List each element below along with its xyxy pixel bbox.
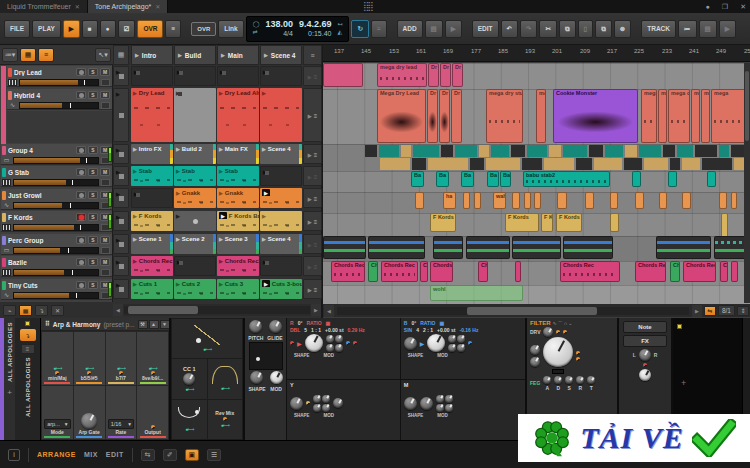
launcher-clip-slot[interactable] [113,256,129,276]
op-b-mod-knob[interactable] [427,334,445,352]
arranger-clip[interactable]: Dr [440,63,451,87]
launcher-clip-slot[interactable] [174,256,216,276]
track-row[interactable]: Tiny Cuts S M [1,279,112,300]
track-row[interactable]: G Stab S M [1,166,112,187]
track-volume-meter[interactable] [13,292,99,299]
arranger-clip[interactable] [644,158,668,170]
launcher-clip-slot[interactable]: Gnakk [217,188,259,208]
launcher-clip-slot[interactable]: ≡ [303,188,322,208]
arranger-clip[interactable] [610,213,619,232]
snap-icon[interactable]: ⌁ [3,305,16,316]
volume-tick[interactable] [72,270,73,275]
arranger-clip[interactable] [486,158,520,170]
global-mod-knob[interactable] [270,371,283,384]
track-row[interactable]: Hybrid 4 S M [7,89,112,110]
arranger-clip[interactable]: Chords Rec [560,261,620,282]
launcher-clip-slot[interactable]: Scene 4 [260,144,302,164]
scene-header[interactable]: Scene 4 [260,45,302,65]
solo-button[interactable]: S [88,91,98,99]
arranger-clip[interactable]: me [536,89,546,143]
arranger-clip[interactable]: F K [541,213,553,232]
pitch-knob[interactable] [249,320,262,333]
arranger-clip[interactable] [719,192,727,209]
arranger-clip[interactable]: me [691,89,700,143]
launcher-clip-slot[interactable]: Scene 2 [174,234,216,254]
arranger-clip[interactable] [557,192,567,209]
launcher-clip-slot[interactable] [260,188,302,208]
op-y-level-knob[interactable] [333,398,343,408]
arranger-clip[interactable]: me [658,89,667,143]
op-y-shape-knob[interactable] [290,397,303,410]
device-preset-name[interactable]: (preset p... [103,321,134,328]
play-button[interactable]: ▶ [63,20,80,38]
modulator-lfo[interactable]: ●⟷ [172,400,207,439]
mod-pad[interactable] [249,342,283,370]
launcher-clip-slot[interactable]: Scene 3 [217,234,259,254]
track-volume-meter[interactable] [13,247,99,254]
param-cell[interactable]: ●⟷ min/Maj [42,332,73,385]
list-view-toggle[interactable]: ≡ [38,48,54,62]
overdub-button[interactable]: OVR [137,20,163,38]
arranger-clip[interactable] [527,145,547,157]
small-knob[interactable] [322,404,330,412]
launcher-clip-slot[interactable] [260,211,302,231]
op-num[interactable]: 4 [416,327,419,334]
arranger-clip[interactable] [668,171,677,187]
scene-header[interactable]: Intro [131,45,173,65]
arranger-clip[interactable] [534,192,541,209]
arranger-clip[interactable] [479,145,489,157]
launcher-clip-slot[interactable] [113,66,129,86]
track-name[interactable]: F Kords [8,214,74,221]
solo-button[interactable]: S [88,168,98,176]
arranger-clip[interactable] [563,145,587,157]
launcher-hscrollbar[interactable]: ◀ ▶ [113,304,321,316]
expand-down-icon[interactable]: ▼ [160,320,169,329]
arranger-clip[interactable] [428,158,468,170]
launcher-scroll-track[interactable] [124,306,310,314]
arranger-clip[interactable] [466,236,510,259]
scroll-left-icon[interactable]: ◀ [113,304,123,316]
arranger-clip[interactable] [549,145,561,157]
solo-button[interactable]: S [88,191,98,199]
arranger-clip[interactable]: Chords Rec [683,261,716,282]
filter-shape-icons[interactable]: ∿⌒∩⌄ [553,320,574,326]
offset-value[interactable]: +0.00 st [325,327,344,334]
tempo-value[interactable]: 138.00 [265,20,293,30]
arranger-vscrollbar[interactable] [744,63,750,303]
browser-sidebar[interactable]: ALL ARPOLOGIES + [0,318,15,440]
volume-tick[interactable] [76,293,77,298]
drag-handle-icon[interactable]: ⠿ [45,320,50,328]
song-position-value[interactable]: 9.4.2.69 [299,20,332,30]
redo-button[interactable]: ↷ [520,20,537,38]
window-restore-icon[interactable]: ❐ [722,3,728,11]
small-knob[interactable] [457,344,465,352]
loop-button[interactable]: ↻ [351,20,368,38]
arranger-clip[interactable] [455,145,477,157]
arranger-clip[interactable]: Chords Rec [331,261,365,282]
launcher-clip-slot[interactable]: Dry Lead Alt [217,88,259,142]
track-row[interactable]: Group 4 S M [1,144,112,165]
launcher-clip-slot[interactable]: ≡ [303,88,322,142]
global-shape-knob[interactable] [250,371,263,384]
launcher-clip-slot[interactable]: Cuts 3 [217,279,259,299]
arranger-clip[interactable] [585,192,594,209]
op-alg[interactable]: DBL [290,327,300,334]
arranger-clip[interactable] [433,236,463,259]
copy-button[interactable]: ⧉ [559,20,576,38]
arranger-clip[interactable]: Ch [478,261,488,282]
sustain-knob[interactable] [565,376,573,384]
duplicate-button[interactable]: ⧉ [595,20,612,38]
arranger-clip[interactable] [731,192,737,209]
arranger-clip[interactable] [635,192,644,209]
track-output-box[interactable] [101,102,110,109]
track-name[interactable]: Dry Lead [14,69,74,76]
track-output-box[interactable] [101,269,110,276]
decay-knob[interactable] [554,376,562,384]
arranger-vscroll-thumb[interactable] [745,71,749,141]
arranger-clip[interactable] [474,192,481,209]
grid-view-toggle[interactable]: ▦ [20,48,36,62]
track-output-box[interactable] [101,247,110,254]
track-volume-meter[interactable] [13,269,99,276]
record-arm-button[interactable] [76,91,86,99]
arranger-clip[interactable]: F Kords [430,213,456,232]
